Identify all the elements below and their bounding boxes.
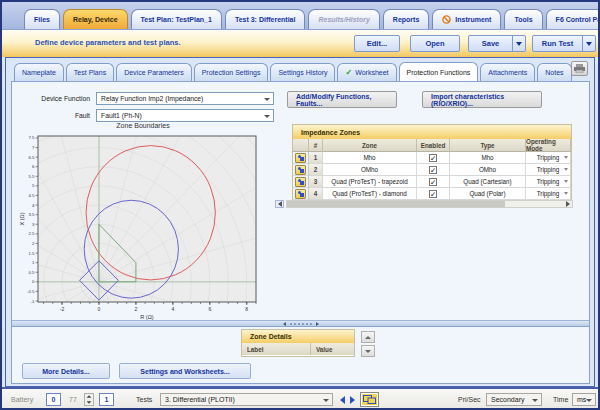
svg-text:6.5: 6.5 bbox=[29, 155, 36, 160]
zone-name-cell[interactable]: Mho bbox=[323, 152, 417, 164]
prev-test-button[interactable] bbox=[338, 394, 347, 405]
run-test-dropdown-button[interactable] bbox=[582, 36, 595, 51]
top-tab-relay-device[interactable]: Relay, Device bbox=[63, 9, 128, 29]
sub-tab-device-parameters[interactable]: Device Parameters bbox=[116, 63, 192, 81]
zone-mode-select[interactable]: Tripping bbox=[526, 164, 571, 176]
zone-type-cell[interactable]: Quad (Polar) bbox=[450, 188, 526, 200]
arrow-up-icon bbox=[365, 336, 371, 339]
zone-select-icon[interactable] bbox=[295, 177, 306, 187]
sub-tab-protection-settings[interactable]: Protection Settings bbox=[194, 63, 269, 81]
prisec-select[interactable]: Secondary bbox=[486, 393, 542, 406]
import-characteristics-button[interactable]: Import characteristics (RIO/XRIO)... bbox=[422, 91, 542, 108]
top-tab-files[interactable]: Files bbox=[24, 9, 60, 29]
sub-tab-label: Notes bbox=[545, 69, 563, 76]
svg-text:5: 5 bbox=[32, 183, 35, 188]
device-function-select[interactable]: Relay Function Imp2 (Impedance) bbox=[96, 92, 274, 105]
top-tab-label: Instrument bbox=[455, 16, 491, 23]
zone-row-number: 3 bbox=[309, 176, 323, 188]
sub-tab-settings-history[interactable]: Settings History bbox=[270, 63, 335, 81]
fault-value: Fault1 (Ph-N) bbox=[101, 112, 142, 119]
zone-type-cell[interactable]: Quad (Cartesian) bbox=[450, 176, 526, 188]
run-test-button[interactable]: Run Test bbox=[532, 35, 596, 52]
zones-column-header-type: Type bbox=[450, 139, 526, 152]
zone-name-cell[interactable]: OMho bbox=[323, 164, 417, 176]
open-button[interactable]: Open bbox=[410, 35, 460, 52]
zone-mode-select[interactable]: Tripping bbox=[526, 152, 571, 164]
hscroll-track[interactable] bbox=[286, 200, 573, 208]
zone-select-icon[interactable] bbox=[295, 165, 306, 175]
enabled-checkbox[interactable]: ✓ bbox=[429, 178, 437, 186]
zone-details-scroll-up-button[interactable] bbox=[361, 331, 375, 343]
arrow-right-icon bbox=[316, 322, 319, 326]
svg-text:-1: -1 bbox=[31, 299, 35, 304]
top-tab-reports[interactable]: Reports bbox=[383, 9, 429, 29]
top-tab-label: Test Plan: TestPlan_1 bbox=[141, 16, 212, 23]
zone-select-icon[interactable] bbox=[295, 189, 306, 199]
zone-type-cell[interactable]: OMho bbox=[450, 164, 526, 176]
arrow-right-icon bbox=[566, 201, 570, 207]
zone-enabled-cell: ✓ bbox=[417, 176, 450, 188]
sub-tab-protection-functions[interactable]: Protection Functions bbox=[399, 62, 479, 81]
spinner-down-button[interactable] bbox=[85, 400, 93, 406]
hscroll-thumb[interactable] bbox=[287, 201, 505, 207]
impedance-zones-header: Impedance Zones bbox=[293, 125, 571, 139]
save-button[interactable]: Save bbox=[468, 35, 526, 52]
sub-tab-label: Device Parameters bbox=[124, 69, 184, 76]
sub-tab-nameplate[interactable]: Nameplate bbox=[14, 63, 64, 81]
top-tab-test-3-differential[interactable]: Test 3: Differential bbox=[225, 9, 306, 29]
enabled-checkbox[interactable]: ✓ bbox=[429, 166, 437, 174]
impedance-zones-panel: Impedance Zones #ZoneEnabledTypeOperatin… bbox=[292, 124, 572, 200]
save-dropdown-button[interactable] bbox=[512, 36, 525, 51]
hscroll-left-button[interactable] bbox=[275, 200, 284, 208]
zone-details-panel: Zone Details Label Value bbox=[241, 329, 355, 357]
more-details-button[interactable]: More Details... bbox=[22, 363, 110, 379]
sub-tab-notes[interactable]: Notes bbox=[537, 63, 571, 81]
fault-label: Fault bbox=[26, 112, 90, 119]
test-report-button[interactable] bbox=[360, 392, 379, 407]
svg-text:8: 8 bbox=[245, 306, 248, 312]
enabled-checkbox[interactable]: ✓ bbox=[429, 154, 437, 162]
device-function-value: Relay Function Imp2 (Impedance) bbox=[101, 95, 203, 102]
svg-text:0: 0 bbox=[98, 306, 101, 312]
value-spinner[interactable] bbox=[84, 393, 94, 406]
add-modify-functions-button[interactable]: Add/Modify Functions, Faults... bbox=[287, 91, 397, 108]
device-function-label: Device Function bbox=[26, 95, 90, 102]
chevron-down-icon bbox=[323, 399, 329, 402]
print-button[interactable] bbox=[571, 61, 588, 76]
zone-mode-value: Tripping bbox=[537, 166, 560, 173]
zones-header-spacer bbox=[293, 139, 309, 152]
app-window: FilesRelay, DeviceTest Plan: TestPlan_1T… bbox=[0, 0, 600, 410]
hscroll-right-button[interactable] bbox=[563, 201, 572, 207]
edit-button[interactable]: Edit... bbox=[354, 35, 400, 52]
enabled-checkbox[interactable]: ✓ bbox=[429, 190, 437, 198]
tests-label: Tests bbox=[136, 396, 152, 403]
sub-tab-test-plans[interactable]: Test Plans bbox=[66, 63, 114, 81]
horizontal-splitter[interactable] bbox=[12, 320, 589, 327]
zone-mode-select[interactable]: Tripping bbox=[526, 188, 571, 200]
run-test-button-label: Run Test bbox=[533, 36, 582, 51]
zone-details-scroll-down-button[interactable] bbox=[361, 345, 375, 357]
top-tab-test-plan-testplan-1[interactable]: Test Plan: TestPlan_1 bbox=[131, 9, 222, 29]
zone-mode-value: Tripping bbox=[537, 190, 560, 197]
top-tab-instrument[interactable]: Instrument bbox=[432, 9, 501, 29]
zone-name-cell[interactable]: Quad (ProTesT) - diamond bbox=[323, 188, 417, 200]
chevron-down-icon bbox=[586, 399, 592, 402]
arrow-right-icon bbox=[350, 396, 355, 404]
svg-text:-2: -2 bbox=[60, 306, 65, 312]
time-unit-select[interactable]: ms bbox=[572, 393, 596, 406]
fault-select[interactable]: Fault1 (Ph-N) bbox=[96, 109, 274, 122]
arrow-left-icon bbox=[283, 322, 286, 326]
sub-tab-attachments[interactable]: Attachments bbox=[480, 63, 535, 81]
zone-select-icon[interactable] bbox=[295, 153, 306, 163]
zone-name-cell[interactable]: Quad (ProTesT) - trapezoid bbox=[323, 176, 417, 188]
impedance-zones-table: #ZoneEnabledTypeOperating Mode1Mho✓MhoTr… bbox=[293, 139, 571, 200]
zone-type-cell[interactable]: Mho bbox=[450, 152, 526, 164]
top-tab-f6-control-panel[interactable]: F6 Control Panel bbox=[546, 9, 600, 29]
top-tab-tools[interactable]: Tools bbox=[504, 9, 542, 29]
tests-select[interactable]: 3. Differential (PLOTII) bbox=[160, 393, 333, 406]
sub-tab-worksheet[interactable]: ✓Worksheet bbox=[337, 63, 396, 81]
toolbar: Define device parameters and test plans.… bbox=[2, 29, 598, 57]
next-test-button[interactable] bbox=[348, 394, 357, 405]
settings-worksheets-button[interactable]: Settings and Worksheets... bbox=[119, 363, 251, 379]
zone-mode-select[interactable]: Tripping bbox=[526, 176, 571, 188]
